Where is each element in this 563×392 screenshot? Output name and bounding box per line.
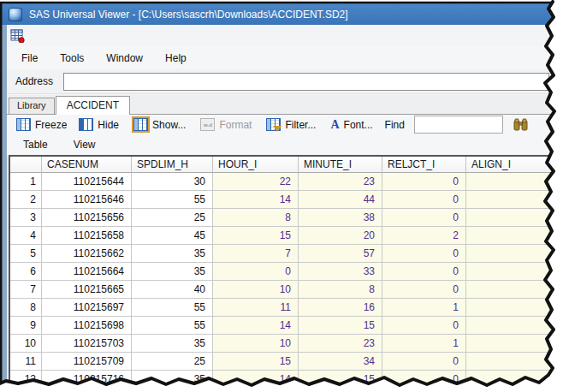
data-cell[interactable]: 20	[299, 227, 382, 245]
data-cell[interactable]	[466, 353, 554, 371]
data-cell[interactable]: 110215665	[42, 281, 132, 299]
row-number-cell[interactable]: 2	[10, 191, 42, 209]
data-cell[interactable]: 7	[213, 245, 299, 263]
find-input[interactable]	[414, 116, 503, 134]
data-cell[interactable]: 2	[382, 227, 466, 245]
data-cell[interactable]	[466, 245, 554, 263]
data-cell[interactable]	[466, 173, 554, 191]
column-header-spdlim_h[interactable]: SPDLIM_H	[132, 157, 213, 173]
data-cell[interactable]: 110215658	[42, 227, 132, 245]
data-cell[interactable]: 35	[132, 371, 213, 389]
row-number-cell[interactable]: 1	[10, 173, 42, 191]
row-number-header[interactable]	[10, 157, 42, 173]
data-cell[interactable]: 15	[299, 371, 382, 389]
data-cell[interactable]	[466, 335, 554, 353]
menu-item-file[interactable]: File	[12, 50, 47, 67]
data-cell[interactable]	[466, 299, 554, 317]
address-input[interactable]	[63, 73, 549, 91]
data-cell[interactable]: 10	[213, 281, 299, 299]
data-cell[interactable]: 57	[299, 245, 382, 263]
menu-item-window[interactable]: Window	[97, 50, 152, 67]
data-cell[interactable]	[466, 281, 554, 299]
data-cell[interactable]: 25	[132, 353, 213, 371]
data-cell[interactable]: 15	[213, 227, 299, 245]
find-binoculars-icon[interactable]	[513, 118, 528, 131]
data-cell[interactable]: 8	[213, 209, 299, 227]
data-cell[interactable]: 1	[382, 299, 466, 317]
data-cell[interactable]: 110215709	[42, 353, 132, 371]
data-cell[interactable]: 35	[132, 263, 213, 281]
data-cell[interactable]: 14	[213, 371, 299, 389]
row-number-cell[interactable]: 7	[10, 281, 42, 299]
find-button[interactable]: Find	[381, 117, 409, 133]
data-cell[interactable]: 14	[213, 191, 299, 209]
data-cell[interactable]: 110215646	[42, 191, 132, 209]
row-number-cell[interactable]: 5	[10, 245, 42, 263]
menu-item-help[interactable]: Help	[156, 50, 196, 67]
data-cell[interactable]: 110215697	[42, 299, 132, 317]
data-cell[interactable]: 0	[213, 263, 299, 281]
data-cell[interactable]: 0	[382, 173, 466, 191]
tab-library[interactable]: Library	[9, 98, 55, 114]
data-cell[interactable]: 35	[132, 335, 213, 353]
data-cell[interactable]: 38	[299, 209, 382, 227]
data-cell[interactable]	[466, 263, 554, 281]
data-cell[interactable]	[466, 209, 554, 227]
column-header-align_i[interactable]: ALIGN_I	[466, 157, 554, 173]
data-cell[interactable]: 34	[299, 353, 382, 371]
data-cell[interactable]: 30	[132, 173, 213, 191]
row-number-cell[interactable]: 6	[10, 263, 42, 281]
data-cell[interactable]: 55	[132, 299, 213, 317]
tab-accident[interactable]: ACCIDENT	[56, 96, 130, 115]
data-cell[interactable]: 110215656	[42, 209, 132, 227]
data-cell[interactable]: 1	[382, 335, 466, 353]
data-cell[interactable]: 40	[132, 281, 213, 299]
data-cell[interactable]: 23	[299, 173, 382, 191]
data-cell[interactable]: 0	[382, 263, 466, 281]
data-cell[interactable]: 15	[213, 353, 299, 371]
data-cell[interactable]: 0	[382, 353, 466, 371]
data-cell[interactable]: 22	[213, 173, 299, 191]
row-number-cell[interactable]: 4	[10, 227, 42, 245]
row-number-cell[interactable]: 8	[10, 299, 42, 317]
row-number-cell[interactable]: 11	[10, 353, 42, 371]
data-cell[interactable]: 110215644	[42, 173, 132, 191]
column-header-hour_i[interactable]: HOUR_I	[213, 157, 299, 173]
data-cell[interactable]: 110215698	[42, 317, 132, 335]
data-cell[interactable]: 44	[299, 191, 382, 209]
row-number-cell[interactable]: 9	[10, 317, 42, 335]
filter-button[interactable]: Filter...	[262, 116, 320, 133]
data-cell[interactable]: 35	[132, 245, 213, 263]
column-header-casenum[interactable]: CASENUM	[42, 157, 132, 173]
font-button[interactable]: A Font...	[326, 117, 376, 133]
menu-item-tools[interactable]: Tools	[50, 50, 93, 67]
row-number-cell[interactable]: 10	[10, 335, 42, 353]
row-number-cell[interactable]: 3	[10, 209, 42, 227]
data-cell[interactable]: 0	[382, 209, 466, 227]
data-cell[interactable]: 23	[299, 335, 382, 353]
data-cell[interactable]: 110215662	[42, 245, 132, 263]
data-cell[interactable]: 0	[382, 191, 466, 209]
data-cell[interactable]: 110215703	[42, 335, 132, 353]
data-cell[interactable]	[466, 191, 554, 209]
data-cell[interactable]: 0	[382, 317, 466, 335]
data-cell[interactable]: 110215716	[42, 371, 132, 389]
data-cell[interactable]: 0	[382, 371, 466, 389]
hide-button[interactable]: Hide	[74, 116, 123, 133]
data-cell[interactable]: 8	[299, 281, 382, 299]
data-cell[interactable]: 33	[299, 263, 382, 281]
data-cell[interactable]: 16	[299, 299, 382, 317]
data-cell[interactable]: 25	[132, 209, 213, 227]
data-cell[interactable]: 55	[132, 191, 213, 209]
data-cell[interactable]: 14	[213, 317, 299, 335]
data-cell[interactable]	[466, 317, 554, 335]
data-cell[interactable]	[466, 371, 554, 389]
column-header-minute_i[interactable]: MINUTE_I	[299, 157, 382, 173]
show-button[interactable]: Show...	[129, 116, 190, 133]
data-cell[interactable]: 45	[132, 227, 213, 245]
menu-item-table[interactable]: Table	[14, 136, 57, 153]
data-cell[interactable]: 0	[382, 281, 466, 299]
menu-item-view[interactable]: View	[64, 136, 105, 153]
data-cell[interactable]: 55	[132, 317, 213, 335]
dataset-table-icon[interactable]	[10, 29, 25, 43]
